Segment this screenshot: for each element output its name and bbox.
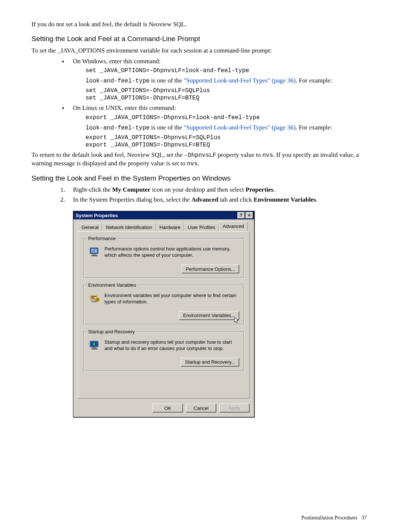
text: tab and click bbox=[218, 196, 253, 203]
inline-code: nvs bbox=[262, 152, 273, 159]
performance-options-button[interactable]: Performance Options... bbox=[181, 265, 239, 273]
bold-text: My Computer bbox=[112, 186, 150, 193]
inline-code: nvs bbox=[187, 161, 198, 167]
close-button[interactable]: × bbox=[246, 212, 253, 219]
group-text: Performance options control how applicat… bbox=[104, 245, 239, 259]
inline-code: look-and-feel-type bbox=[86, 125, 150, 131]
page-number: 37 bbox=[361, 515, 367, 521]
tab-user-profiles[interactable]: User Profiles bbox=[184, 223, 219, 232]
environment-variables-button[interactable]: Environment Variables... bbox=[179, 311, 239, 320]
titlebar: System Properties ? × bbox=[73, 211, 254, 219]
startup-recovery-icon bbox=[88, 339, 101, 351]
bold-text: Advanced bbox=[191, 196, 219, 203]
group-legend: Startup and Recovery bbox=[87, 329, 136, 335]
text: . For example: bbox=[296, 77, 332, 84]
svg-rect-10 bbox=[91, 299, 95, 299]
page-footer: Postinstallation Procedures 37 bbox=[301, 515, 367, 522]
svg-rect-4 bbox=[94, 249, 95, 252]
list-item: On Linux or UNIX, enter this command: ex… bbox=[60, 104, 367, 149]
group-text: Environment variables tell your computer… bbox=[104, 292, 239, 305]
code-block: export _JAVA_OPTIONS=-DhpnvsLF=SQLPlus e… bbox=[86, 134, 367, 149]
footer-label: Postinstallation Procedures bbox=[301, 515, 357, 521]
code-block: set _JAVA_OPTIONS=-DhpnvsLF=SQLPlus set … bbox=[86, 87, 367, 102]
text: is one of the bbox=[150, 77, 184, 84]
group-legend: Environment Variables bbox=[87, 282, 138, 289]
apply-button[interactable]: Apply bbox=[219, 404, 250, 413]
inline-code: look-and-feel-type bbox=[86, 78, 150, 84]
text: To return to the default look and feel, … bbox=[31, 151, 184, 158]
code-block: set _JAVA_OPTIONS=-DhpnvsLF=look-and-fee… bbox=[86, 67, 367, 74]
list-item: 2. In the System Properties dialog box, … bbox=[60, 196, 367, 204]
text: In the System Properties dialog box, sel… bbox=[73, 196, 191, 203]
list-lead: On Linux or UNIX, enter this command: bbox=[73, 104, 176, 111]
svg-rect-2 bbox=[92, 251, 93, 252]
text: . bbox=[273, 186, 275, 193]
list-item: On Windows, enter this command: set _JAV… bbox=[60, 57, 367, 102]
paragraph: look-and-feel-type is one of the "Suppor… bbox=[86, 124, 367, 132]
environment-variables-icon bbox=[88, 292, 101, 304]
svg-rect-15 bbox=[92, 347, 96, 348]
group-performance: Performance Performance options control … bbox=[83, 238, 244, 278]
text: is one of the bbox=[150, 124, 184, 131]
tab-panel-advanced: Performance Performance options control … bbox=[78, 231, 250, 398]
help-button[interactable]: ? bbox=[237, 212, 245, 219]
tab-general[interactable]: General bbox=[78, 223, 102, 232]
code-block: export _JAVA_OPTIONS=-DhpnvsLF=look-and-… bbox=[86, 114, 367, 121]
bold-text: Environment Variables bbox=[254, 196, 316, 203]
inline-code: -DhpnvsLF bbox=[184, 152, 216, 159]
svg-rect-9 bbox=[91, 297, 94, 298]
group-legend: Performance bbox=[87, 235, 117, 242]
link-supported-types[interactable]: "Supported Look-and-Feel Types" (page 36… bbox=[184, 77, 296, 84]
tab-network-identification[interactable]: Network Identification bbox=[102, 223, 156, 232]
tab-advanced[interactable]: Advanced bbox=[219, 221, 248, 232]
text: . bbox=[316, 196, 317, 203]
text: property value to bbox=[216, 151, 263, 158]
text: icon on your desktop and then select bbox=[150, 186, 246, 193]
paragraph: To set the _JAVA_OPTIONS environment var… bbox=[31, 47, 367, 55]
link-supported-types[interactable]: "Supported Look-and-Feel Types" (page 36… bbox=[184, 124, 296, 131]
list-number: 2. bbox=[60, 196, 65, 204]
paragraph: If you do not set a look and feel, the d… bbox=[31, 20, 367, 29]
list-number: 1. bbox=[60, 186, 65, 194]
bold-text: Properties bbox=[246, 186, 273, 193]
system-properties-dialog: System Properties ? × General Network Id… bbox=[73, 211, 254, 417]
svg-rect-8 bbox=[91, 296, 97, 297]
svg-rect-5 bbox=[95, 250, 96, 252]
svg-rect-6 bbox=[92, 254, 96, 255]
tab-strip: General Network Identification Hardware … bbox=[78, 222, 250, 231]
ok-button[interactable]: OK bbox=[153, 404, 183, 413]
paragraph: look-and-feel-type is one of the "Suppor… bbox=[86, 77, 367, 85]
group-startup-recovery: Startup and Recovery Startup and recover… bbox=[83, 331, 244, 371]
dialog-title: System Properties bbox=[76, 212, 118, 219]
svg-rect-3 bbox=[93, 250, 94, 252]
group-environment-variables: Environment Variables Environment variab… bbox=[83, 285, 244, 325]
group-text: Startup and recovery options tell your c… bbox=[104, 339, 239, 352]
text: . For example: bbox=[296, 124, 332, 131]
list-item: 1. Right-click the My Computer icon on y… bbox=[60, 186, 367, 194]
startup-recovery-button[interactable]: Startup and Recovery... bbox=[181, 358, 239, 367]
list-lead: On Windows, enter this command: bbox=[73, 58, 161, 65]
svg-rect-12 bbox=[97, 299, 98, 300]
heading-setting-sysprops: Setting the Look and Feel in the System … bbox=[31, 174, 367, 183]
tab-hardware[interactable]: Hardware bbox=[156, 223, 184, 232]
text: . bbox=[198, 160, 199, 167]
heading-setting-cmdline: Setting the Look and Feel at a Command-L… bbox=[31, 34, 367, 44]
paragraph: To return to the default look and feel, … bbox=[31, 151, 367, 168]
text: Right-click the bbox=[73, 186, 112, 193]
performance-icon bbox=[88, 245, 101, 258]
cancel-button[interactable]: Cancel bbox=[186, 404, 216, 413]
